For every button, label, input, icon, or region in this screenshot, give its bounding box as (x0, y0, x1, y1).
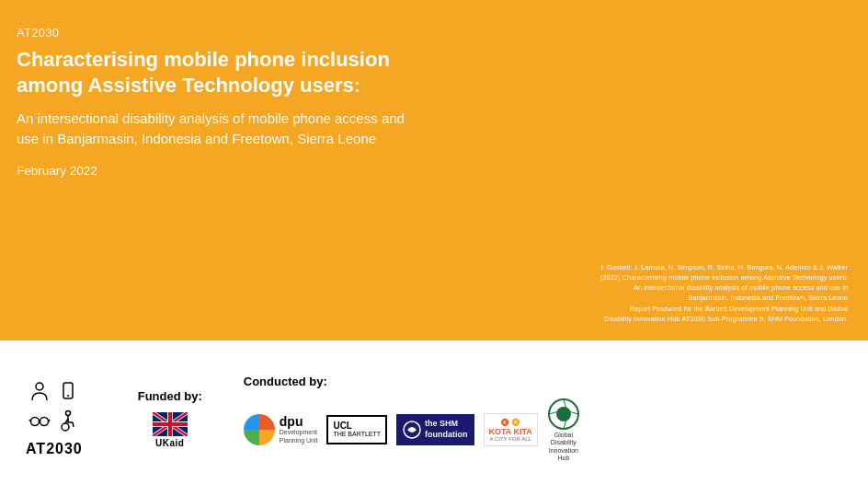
kotakita-text1: KOTA KITA (489, 428, 532, 436)
at2030-logo: AT2030 (26, 379, 83, 457)
uk-flag-icon (153, 412, 188, 436)
bartlett-text: THE BARTLETT (333, 431, 381, 438)
logo-icon-wheelchair (55, 408, 81, 433)
svg-point-3 (31, 418, 40, 426)
dpu-logo: dpu Development Planning Unit (244, 414, 318, 445)
conducted-label: Conducted by: (244, 375, 327, 388)
ukaid-logo: UKaid (153, 412, 188, 448)
logo-icons-grid (27, 379, 81, 433)
gdi-icon (547, 398, 580, 431)
ucl-text-block: UCL THE BARTLETT (333, 421, 381, 438)
svg-point-0 (36, 383, 43, 390)
shm-text-block: the SHM foundation (425, 419, 468, 440)
gdi-text3: Innovation (549, 447, 578, 454)
gdi-text-block: Global Disability Innovation Hub (549, 432, 578, 463)
at2030-label: AT2030 (17, 26, 839, 40)
gdi-logo: Global Disability Innovation Hub (547, 398, 580, 463)
logo-icon-phone (55, 379, 81, 405)
dpu-circle-icon (244, 414, 275, 445)
svg-point-4 (40, 418, 49, 426)
conducted-logos: dpu Development Planning Unit UCL THE BA… (244, 398, 580, 463)
citation-line1: I. Gaskell, J. Larrieta, N. Simpson, R. … (601, 263, 848, 271)
gdi-text2: Disability (551, 439, 577, 445)
svg-point-17 (556, 407, 571, 421)
citation-line3: An intersectional disability analysis of… (634, 283, 848, 292)
citation-line5: Report Produced for the Bartlett Develop… (630, 305, 848, 313)
date-label: February 2022 (17, 164, 839, 178)
subtitle: An intersectional disability analysis of… (17, 109, 412, 149)
ucl-text: UCL (333, 421, 381, 431)
svg-text:K: K (514, 421, 518, 425)
citation-line6: Disability Innovation Hub AT2030 Sub-Pro… (604, 315, 848, 323)
shm-logo: the SHM foundation (396, 414, 474, 445)
citation-block: I. Gaskell, J. Larrieta, N. Simpson, R. … (600, 262, 848, 325)
citation-line4: Banjarmasin, Indonesia and Freetown, Sie… (689, 294, 848, 302)
svg-point-9 (62, 423, 69, 431)
svg-text:K: K (504, 421, 508, 425)
gdi-text4: Hub (557, 455, 569, 461)
funded-section: Funded by: UKaid (138, 389, 202, 448)
kotakita-logo: K K KOTA KITA A CITY FOR ALL (484, 413, 538, 446)
citation-line2: (2022) Characterising mobile phone inclu… (600, 273, 848, 282)
dpu-sub1-text: Development (280, 429, 318, 436)
dpu-main-text: dpu (280, 415, 318, 429)
conducted-section: Conducted by: dpu Development Planning U… (244, 375, 580, 463)
shm-line1: the SHM (425, 419, 458, 428)
dpu-text-block: dpu Development Planning Unit (280, 415, 318, 444)
bottom-section: AT2030 Funded by: UKaid Conducted by: (0, 340, 868, 496)
shm-icon (403, 421, 421, 439)
gdi-text1: Global (554, 432, 573, 438)
funded-label: Funded by: (138, 389, 202, 403)
logo-icon-glasses (27, 408, 52, 433)
main-title: Characterising mobile phone inclusion am… (17, 47, 458, 98)
shm-line2: foundation (425, 430, 468, 439)
dpu-sub2-text: Planning Unit (280, 437, 318, 444)
top-section: AT2030 Characterising mobile phone inclu… (0, 0, 868, 340)
ukaid-text: UKaid (155, 438, 184, 448)
page-container: AT2030 Characterising mobile phone inclu… (0, 0, 868, 496)
svg-point-8 (66, 411, 71, 416)
ucl-logo: UCL THE BARTLETT (326, 415, 387, 444)
kotakita-sub-text: A CITY FOR ALL (490, 436, 531, 443)
logo-icon-person (27, 379, 52, 405)
at2030-logo-text: AT2030 (26, 441, 83, 457)
